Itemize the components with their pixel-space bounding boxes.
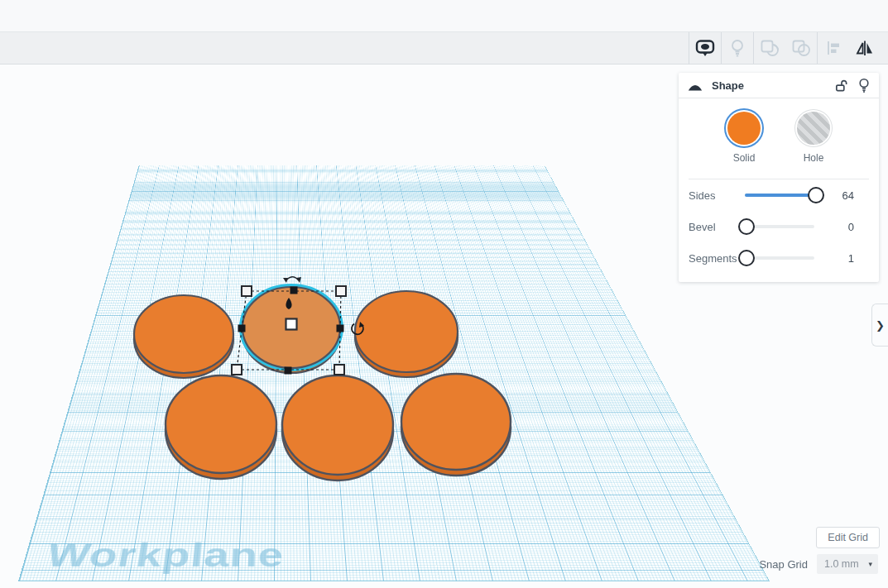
chevron-right-icon: ❯ [876, 319, 885, 332]
shape-inspector-panel: Shape Solid Hole [679, 73, 879, 282]
panel-title: Shape [712, 79, 744, 92]
segments-slider-row: Segments 1 [679, 242, 879, 274]
snap-grid-value: 1.0 mm [817, 558, 859, 570]
flip-icon[interactable] [849, 32, 881, 64]
hole-label: Hole [804, 152, 824, 164]
bevel-slider-row: Bevel 0 [679, 211, 879, 242]
sides-slider-row: Sides 64 [679, 179, 879, 211]
segments-label: Segments [689, 252, 745, 265]
cylinder-shape[interactable] [166, 375, 276, 479]
toolbar-pad [881, 32, 888, 64]
lightbulb-icon-glyph [727, 38, 747, 58]
elevation-handle[interactable] [286, 319, 297, 330]
shape-category-icon [687, 79, 703, 92]
hole-swatch[interactable] [797, 112, 830, 145]
cylinder-shape[interactable] [134, 295, 233, 378]
hide-selected-icon[interactable] [722, 32, 753, 64]
align-icon[interactable] [818, 32, 849, 64]
panel-bottom-pad [679, 274, 879, 282]
sides-slider-handle[interactable] [808, 187, 824, 203]
notes-icon[interactable] [689, 32, 721, 64]
sides-label: Sides [689, 189, 745, 202]
toolbar [0, 31, 888, 65]
bevel-slider-handle[interactable] [738, 218, 755, 235]
caret-down-icon: ▾ [868, 560, 878, 568]
sides-slider[interactable] [745, 194, 814, 197]
hole-option[interactable]: Hole [797, 112, 830, 164]
panel-collapse-tab[interactable]: ❯ [871, 304, 888, 347]
cylinder-shape[interactable] [355, 291, 458, 377]
group-icon[interactable] [754, 32, 785, 64]
solid-option[interactable]: Solid [727, 112, 761, 164]
segments-slider[interactable] [745, 256, 814, 260]
segments-value: 1 [814, 252, 879, 265]
cylinder-shape[interactable] [401, 374, 511, 476]
sides-slider-fill [745, 194, 814, 197]
material-options: Solid Hole [679, 98, 879, 174]
bevel-value: 0 [814, 221, 879, 233]
unlock-icon[interactable] [834, 79, 848, 93]
ungroup-icon-glyph [790, 37, 812, 59]
group-icon-glyph [759, 37, 780, 59]
top-strip [0, 0, 888, 31]
ungroup-icon[interactable] [785, 32, 817, 64]
align-icon-glyph [823, 38, 843, 58]
shape-panel-header: Shape [679, 73, 879, 98]
segments-slider-handle[interactable] [738, 250, 755, 266]
workplane-watermark: Workplane [42, 535, 284, 574]
tinkercad-editor: Workplane [0, 0, 888, 588]
solid-swatch[interactable] [727, 112, 761, 145]
snap-grid-row: Snap Grid 1.0 mm ▾ [759, 554, 878, 574]
lightbulb-icon[interactable] [857, 78, 871, 93]
snap-grid-label: Snap Grid [759, 558, 808, 571]
snap-grid-dropdown[interactable]: 1.0 mm ▾ [817, 554, 878, 574]
cylinder-shape[interactable] [282, 375, 393, 480]
solid-label: Solid [733, 152, 756, 164]
bevel-label: Bevel [689, 221, 745, 233]
flip-icon-glyph [854, 37, 876, 59]
notes-icon-glyph [694, 37, 716, 59]
bevel-slider[interactable] [745, 225, 814, 228]
edit-grid-button[interactable]: Edit Grid [816, 527, 880, 548]
